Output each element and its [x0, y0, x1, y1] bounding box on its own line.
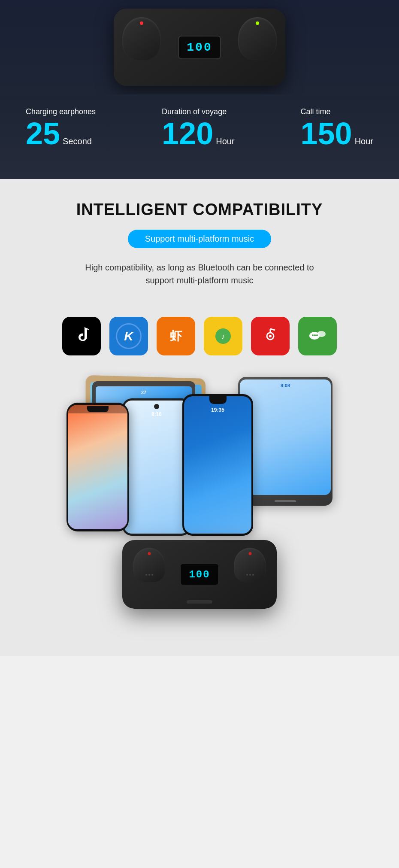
- stat-calltime-label: Call time: [301, 107, 374, 116]
- apps-section: K 虾 ♪: [13, 308, 386, 368]
- stat-charging: Charging earphones 25 Second: [26, 107, 96, 149]
- xiaomi-time: 8:16: [124, 411, 189, 417]
- app-xia-icon: 虾: [157, 317, 195, 355]
- stat-voyage-number: 120: [162, 118, 213, 149]
- iphone-device: [66, 403, 129, 531]
- stats-section: Charging earphones 25 Second Duration of…: [0, 94, 399, 158]
- compatibility-badge: Support multi-platform music: [128, 230, 272, 248]
- svg-text:♪: ♪: [221, 332, 225, 341]
- svg-point-10: [317, 331, 326, 337]
- stat-calltime-unit: Hour: [355, 137, 373, 146]
- stat-voyage: Duration of voyage 120 Hour: [162, 107, 235, 149]
- huawei-device: 19:35: [182, 394, 253, 536]
- earbud-bottom-left-dot: [148, 552, 151, 555]
- huawei-notch: [209, 396, 227, 404]
- xiaomi-device: 8:16: [122, 398, 191, 536]
- earbud-bottom-right-dot: [248, 552, 251, 555]
- huawei-time: 19:35: [184, 407, 251, 413]
- earphone-case-hero: 100: [114, 9, 285, 86]
- iphone-screen: [68, 405, 127, 529]
- svg-point-13: [316, 334, 318, 336]
- earbud-right-dot: [256, 21, 259, 25]
- app-tiktok-icon: [62, 317, 101, 355]
- earbud-left: [122, 17, 161, 60]
- app-kuwo-icon: K: [109, 317, 148, 355]
- svg-point-11: [312, 334, 314, 336]
- xiaomi-screen: 8:16: [124, 401, 189, 534]
- stat-charging-unit: Second: [63, 137, 92, 146]
- earphone-case-bottom: 100: [122, 540, 277, 609]
- compatibility-section: INTELLIGENT COMPATIBILITY Support multi-…: [0, 179, 399, 656]
- earbud-right-grill: [246, 574, 254, 576]
- earbud-bottom-left: [133, 548, 165, 582]
- case-display-bottom: 100: [180, 564, 219, 585]
- case-display-hero: 100: [178, 36, 221, 59]
- stat-voyage-label: Duration of voyage: [162, 107, 235, 116]
- stat-calltime-value-row: 150 Hour: [301, 118, 374, 149]
- kuwo-k: K: [116, 323, 142, 349]
- app-kugou-icon: ♪: [204, 317, 242, 355]
- earbud-bottom-right: [234, 548, 266, 582]
- devices-container: 27 8:08: [54, 377, 345, 617]
- earbud-left-grill: [145, 574, 153, 576]
- xiaomi-notch: [154, 404, 159, 409]
- tiktok-logo: [71, 324, 92, 349]
- stat-charging-number: 25: [26, 118, 60, 149]
- devices-section: 27 8:08: [13, 368, 386, 643]
- app-wechat-icon: [298, 317, 337, 355]
- xia-logo: 虾: [170, 328, 182, 344]
- svg-point-5: [269, 335, 272, 337]
- earbud-left-dot: [140, 21, 143, 25]
- stat-charging-label: Charging earphones: [26, 107, 96, 116]
- app-netease-icon: [251, 317, 290, 355]
- stat-voyage-unit: Hour: [216, 137, 234, 146]
- stat-calltime: Call time 150 Hour: [301, 107, 374, 149]
- stat-voyage-value-row: 120 Hour: [162, 118, 235, 149]
- svg-point-12: [314, 334, 316, 336]
- compatibility-description: High compatibility, as long as Bluetooth…: [71, 261, 328, 287]
- earbud-right: [238, 17, 277, 60]
- huawei-screen: 19:35: [184, 396, 251, 534]
- compatibility-title: INTELLIGENT COMPATIBILITY: [13, 200, 386, 219]
- hero-image-area: 100: [0, 0, 399, 94]
- stat-charging-value-row: 25 Second: [26, 118, 96, 149]
- top-section: 100 Charging earphones 25 Second Duratio…: [0, 0, 399, 179]
- stat-calltime-number: 150: [301, 118, 352, 149]
